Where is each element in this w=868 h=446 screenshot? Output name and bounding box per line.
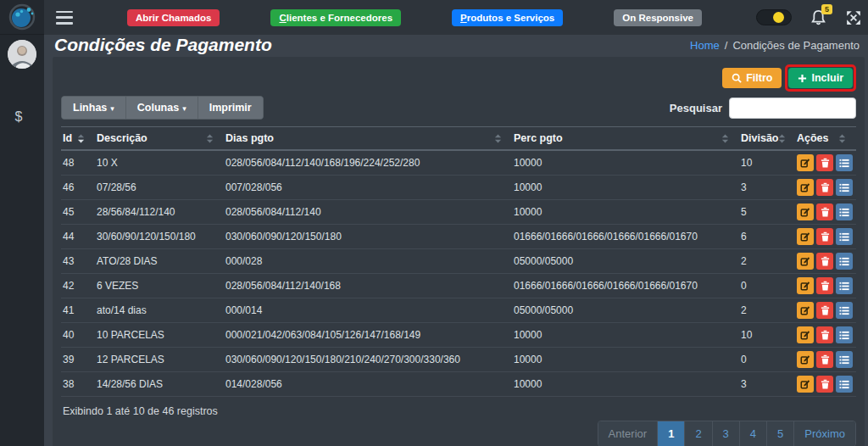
trash-button[interactable] <box>816 203 833 220</box>
column-header-dias-pgto[interactable]: Dias pgto <box>224 127 512 151</box>
cell-descricao: 14/28/56 DIAS <box>95 372 224 397</box>
theme-toggle[interactable] <box>756 9 792 25</box>
print-button[interactable]: Imprimir <box>198 97 263 119</box>
breadcrumb-separator: / <box>725 39 728 52</box>
list-button[interactable] <box>836 203 853 220</box>
column-header-id[interactable]: Id <box>61 127 95 151</box>
cell-id: 40 <box>61 323 95 348</box>
cell-perc: 01666/01666/01666/01666/01666/01670 <box>512 274 739 298</box>
app-logo[interactable] <box>0 0 44 35</box>
cell-descricao: 10 X <box>95 150 224 176</box>
sidebar-item-chart-line[interactable] <box>14 214 30 229</box>
edit-button[interactable] <box>797 351 814 368</box>
hamburger-menu-icon[interactable] <box>56 11 73 25</box>
cell-actions <box>795 225 856 249</box>
column-header-ações[interactable]: Ações <box>795 127 856 151</box>
sidebar-item-barcode[interactable] <box>14 82 30 98</box>
trash-button[interactable] <box>816 277 833 294</box>
trash-button[interactable] <box>816 228 833 245</box>
user-avatar[interactable] <box>8 40 36 69</box>
sidebar-item-bug[interactable] <box>14 266 30 282</box>
notifications-button[interactable]: 5 <box>810 9 827 26</box>
highlight-box: Incluir <box>785 64 856 92</box>
edit-button[interactable] <box>797 203 814 220</box>
trash-button[interactable] <box>816 154 833 171</box>
trash-button[interactable] <box>816 326 833 343</box>
trash-button[interactable] <box>816 302 833 319</box>
trash-button[interactable] <box>816 179 833 196</box>
edit-button[interactable] <box>797 253 814 270</box>
column-header-divisão[interactable]: Divisão <box>739 127 795 151</box>
sidebar-item-undo-arrow[interactable] <box>14 424 30 439</box>
sidebar-item-shopping-bag[interactable] <box>14 135 30 150</box>
column-header-descrição[interactable]: Descrição <box>95 127 224 151</box>
table-grid-icon <box>15 346 30 360</box>
svg-text:$: $ <box>15 109 23 124</box>
list-button[interactable] <box>836 376 853 393</box>
pagination-page-1[interactable]: 1 <box>658 421 685 446</box>
rows-dropdown-button[interactable]: Linhas▾ <box>62 97 126 119</box>
edit-button[interactable] <box>797 326 814 343</box>
sidebar-item-chart-bar[interactable] <box>14 240 30 255</box>
trash-button[interactable] <box>816 376 833 393</box>
edit-button[interactable] <box>797 277 814 294</box>
cell-descricao: ATO/28 DIAS <box>95 249 224 274</box>
column-header-perc-pgto[interactable]: Perc pgto <box>512 127 739 151</box>
avatar-photo <box>8 40 36 69</box>
sidebar-item-handshake[interactable] <box>14 161 30 176</box>
pagination-page-5[interactable]: 5 <box>767 421 794 446</box>
cell-dias: 000/014 <box>224 298 512 323</box>
pagination-prev-button[interactable]: Anterior <box>598 421 659 446</box>
pagination-page-4[interactable]: 4 <box>740 421 767 446</box>
cell-actions <box>795 176 856 200</box>
list-button[interactable] <box>836 277 853 294</box>
page-title: Condições de Pagamento <box>54 35 272 55</box>
navbar-link-2[interactable]: Produtos e Serviços <box>452 9 563 26</box>
breadcrumb-home-link[interactable]: Home <box>690 39 720 52</box>
trash-button[interactable] <box>816 351 833 368</box>
list-button[interactable] <box>836 228 853 245</box>
fullscreen-icon[interactable] <box>846 10 861 25</box>
search-label: Pesquisar <box>670 102 722 114</box>
list-button[interactable] <box>836 351 853 368</box>
navbar-link-3[interactable]: On Responsive <box>614 9 702 26</box>
cell-id: 38 <box>61 372 95 397</box>
barcode-icon <box>15 83 30 98</box>
pagination-page-3[interactable]: 3 <box>713 421 740 446</box>
sidebar-item-cube[interactable] <box>14 293 30 308</box>
navbar-link-1[interactable]: Clientes e Fornecedores <box>270 9 401 26</box>
sidebar-item-file-doc[interactable] <box>14 398 30 413</box>
edit-button[interactable] <box>797 228 814 245</box>
file-doc-icon <box>15 399 30 413</box>
app-root: $ Abrir ChamadosClientes e FornecedoresP… <box>0 0 868 446</box>
edit-button[interactable] <box>797 179 814 196</box>
list-button[interactable] <box>836 154 853 171</box>
cell-divisao: 10 <box>739 150 795 176</box>
list-button[interactable] <box>836 179 853 196</box>
cell-descricao: 12 PARCELAS <box>95 348 224 372</box>
sidebar-item-gears[interactable] <box>14 319 30 334</box>
include-button[interactable]: Incluir <box>788 68 853 88</box>
pagination-next-button[interactable]: Próximo <box>794 421 855 446</box>
columns-dropdown-button[interactable]: Colunas▾ <box>126 97 198 119</box>
filter-button[interactable]: Filtro <box>722 68 782 88</box>
pagination-row: Anterior12345Próximo <box>61 421 856 446</box>
sidebar-item-dollar-sign[interactable]: $ <box>14 109 30 124</box>
table-button-group: Linhas▾ Colunas▾ Imprimir <box>61 96 264 120</box>
trash-button[interactable] <box>816 253 833 270</box>
edit-button[interactable] <box>797 154 814 171</box>
records-summary: Exibindo 1 até 10 de 46 registros <box>63 405 856 417</box>
sidebar-item-table-grid[interactable] <box>14 345 30 360</box>
search-input[interactable] <box>729 98 856 119</box>
caret-down-icon: ▾ <box>182 104 186 113</box>
cell-descricao: 6 VEZES <box>95 274 224 298</box>
edit-button[interactable] <box>797 302 814 319</box>
list-button[interactable] <box>836 253 853 270</box>
list-button[interactable] <box>836 326 853 343</box>
edit-button[interactable] <box>797 376 814 393</box>
sidebar-item-printer[interactable] <box>14 371 30 387</box>
sidebar-item-edit-square[interactable] <box>14 187 30 203</box>
navbar-link-0[interactable]: Abrir Chamados <box>127 9 220 26</box>
list-button[interactable] <box>836 302 853 319</box>
pagination-page-2[interactable]: 2 <box>685 421 712 446</box>
